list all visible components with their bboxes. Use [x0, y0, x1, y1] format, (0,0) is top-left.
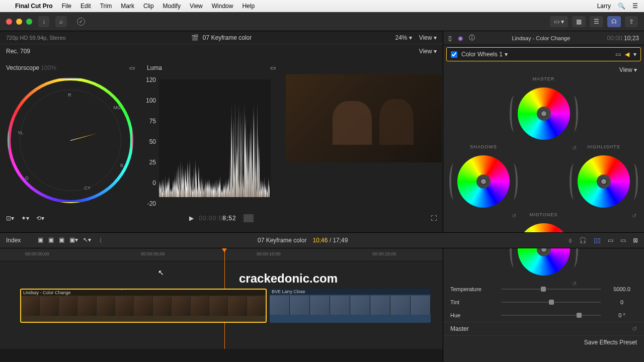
background-tasks-button[interactable]: ✓	[73, 16, 89, 28]
master-disclosure[interactable]: Master ↺	[443, 322, 644, 335]
inspector-toggle-button[interactable]: ☊	[607, 16, 621, 27]
arrow-tool[interactable]: ↖▾	[83, 236, 91, 245]
tint-value[interactable]: 0	[607, 299, 637, 305]
timeline-layout-1[interactable]: ▭	[620, 237, 626, 244]
menu-view[interactable]: View	[190, 3, 203, 10]
vectorscope-title: Vectorscope	[6, 64, 39, 71]
close-button[interactable]	[6, 19, 12, 25]
menu-window[interactable]: Window	[212, 3, 233, 10]
luma-waveform[interactable]: 120 100 75 50 25 0 -20	[145, 76, 271, 207]
fullscreen-button[interactable]: ⛶	[431, 215, 437, 222]
info-inspector-icon[interactable]: ⓘ	[469, 34, 475, 42]
scope-view-menu[interactable]: View ▾	[419, 48, 437, 55]
video-inspector-icon[interactable]: ▯	[448, 35, 452, 42]
keyframe-prev-icon[interactable]: ◀	[625, 51, 629, 58]
minimize-button[interactable]	[16, 19, 22, 25]
view-menu[interactable]: View ▾	[419, 34, 437, 41]
timeline-name: 07 Keyframe color	[258, 237, 306, 244]
index-button[interactable]: Index	[6, 237, 21, 244]
clip-bve[interactable]: BVE Larry Close	[270, 289, 431, 323]
inspector-clip-name: Lindsay - Color Change	[481, 35, 601, 41]
slider-temperature: Temperature 5000.0	[443, 283, 644, 296]
viewer-header: 720p HD 59.94p, Stereo 🎬 07 Keyframe col…	[0, 31, 443, 44]
hue-slider[interactable]	[502, 315, 601, 316]
preview-frame	[286, 74, 442, 162]
control-center-icon[interactable]: ☰	[632, 3, 638, 10]
nav-back-button[interactable]: 〈	[96, 236, 102, 245]
app-name[interactable]: Final Cut Pro	[15, 3, 53, 10]
tint-slider[interactable]	[502, 302, 601, 303]
save-effects-preset-button[interactable]: Save Effects Preset	[443, 335, 644, 349]
insert-clip-button[interactable]: ▣	[48, 236, 54, 245]
macos-menubar: Final Cut Pro File Edit Trim Mark Clip M…	[0, 0, 644, 12]
effect-enable-checkbox[interactable]	[451, 51, 457, 58]
menu-help[interactable]: Help	[242, 3, 255, 10]
color-inspector-icon[interactable]: ◉	[458, 35, 463, 42]
highlights-wheel[interactable]: ↺	[574, 151, 634, 212]
menu-file[interactable]: File	[62, 3, 71, 10]
timeline[interactable]: 00:00:00;00 00:00:05;00 00:00:10;00 00:0…	[0, 248, 443, 349]
viewer-panel: 720p HD 59.94p, Stereo 🎬 07 Keyframe col…	[0, 31, 443, 232]
menu-mark[interactable]: Mark	[121, 3, 134, 10]
transform-tool[interactable]: ⊡▾	[6, 215, 14, 222]
menu-edit[interactable]: Edit	[80, 3, 91, 10]
user-name[interactable]: Larry	[597, 3, 611, 10]
zoom-level[interactable]: 24% ▾	[395, 34, 412, 41]
snap-button[interactable]: ▭	[608, 237, 613, 244]
temperature-value[interactable]: 5000.0	[607, 286, 637, 292]
mask-icon[interactable]: ▭	[615, 51, 621, 58]
luma-panel: Luma▭ 120 100 75 50 25 0 -20	[141, 58, 282, 209]
reset-icon[interactable]: ↺	[572, 281, 577, 287]
reset-icon[interactable]: ↺	[632, 213, 636, 219]
connect-clip-button[interactable]: ▣	[38, 236, 43, 245]
inspector-timecode: 00:00:10;23	[607, 35, 639, 42]
timeline-layout-2[interactable]: ⊠	[633, 237, 638, 244]
layout-browser-button[interactable]: ▭ ▾	[550, 16, 568, 27]
transport-bar: ⊡▾ ✦▾ ⟲▾ ▶ 00:00:08;52 ⛶	[0, 209, 443, 227]
temperature-slider[interactable]	[502, 289, 601, 290]
timecode-display[interactable]: 00:00:08;52	[199, 215, 236, 222]
timeline-position: 10;46	[312, 237, 328, 244]
slider-tint: Tint 0	[443, 296, 644, 309]
clip-icon: 🎬	[191, 34, 199, 41]
layout-grid-button[interactable]: ▦	[572, 16, 586, 27]
retime-tool[interactable]: ⟲▾	[36, 215, 44, 222]
menu-clip[interactable]: Clip	[143, 3, 154, 10]
midtones-wheel[interactable]: ↺	[514, 219, 574, 280]
effect-name: Color Wheels 1	[461, 51, 503, 58]
menu-modify[interactable]: Modify	[163, 3, 181, 10]
master-wheel[interactable]: ↺	[514, 83, 574, 144]
overwrite-clip-button[interactable]: ▣▾	[69, 236, 78, 245]
effect-menu[interactable]: ▾	[633, 51, 636, 58]
shadows-wheel[interactable]: ↺	[453, 151, 514, 212]
layout-list-button[interactable]: ☰	[590, 16, 603, 27]
timeline-ruler[interactable]: 00:00:00;00 00:00:05;00 00:00:10;00 00:0…	[0, 248, 443, 261]
share-button[interactable]: ⇪	[625, 16, 638, 27]
viewer-preview[interactable]	[282, 58, 446, 209]
master-wheel-label: MASTER	[514, 76, 574, 81]
scope-settings-icon[interactable]: ▭	[129, 64, 135, 71]
skimming-button[interactable]: ⎀	[569, 237, 572, 244]
audio-skim-button[interactable]: 🎧	[579, 237, 587, 244]
menu-trim[interactable]: Trim	[100, 3, 112, 10]
luma-title: Luma	[147, 64, 162, 71]
hue-value[interactable]: 0 °	[607, 312, 637, 318]
effect-row[interactable]: Color Wheels 1▾ ▭ ◀ ▾	[446, 47, 641, 61]
zoom-button[interactable]	[26, 19, 32, 25]
clip-lindsay[interactable]: Lindsay - Color Change	[20, 289, 267, 323]
main-area: 720p HD 59.94p, Stereo 🎬 07 Keyframe col…	[0, 31, 644, 232]
keyword-button[interactable]: ⌕	[55, 16, 67, 27]
spotlight-icon[interactable]: 🔍	[618, 3, 625, 10]
enhance-tool[interactable]: ✦▾	[21, 215, 29, 222]
reset-icon[interactable]: ↺	[632, 325, 637, 332]
play-button[interactable]: ▶	[189, 215, 194, 222]
solo-button[interactable]: ▯▯	[594, 237, 601, 244]
inspector-view-menu[interactable]: View ▾	[619, 66, 637, 73]
slider-hue: Hue 0 °	[443, 309, 644, 322]
viewer-clip-name: 07 Keyframe color	[203, 34, 252, 41]
append-clip-button[interactable]: ▣	[59, 236, 64, 245]
color-wheels: MASTER ↺ SHADOWS ↺ HIGHLIGHTS ↺ MIDTONES…	[443, 76, 644, 283]
import-button[interactable]: ↓	[38, 16, 49, 27]
scope-settings-icon[interactable]: ▭	[270, 64, 276, 71]
vectorscope-display[interactable]: R MG B CY G YL	[8, 77, 133, 203]
